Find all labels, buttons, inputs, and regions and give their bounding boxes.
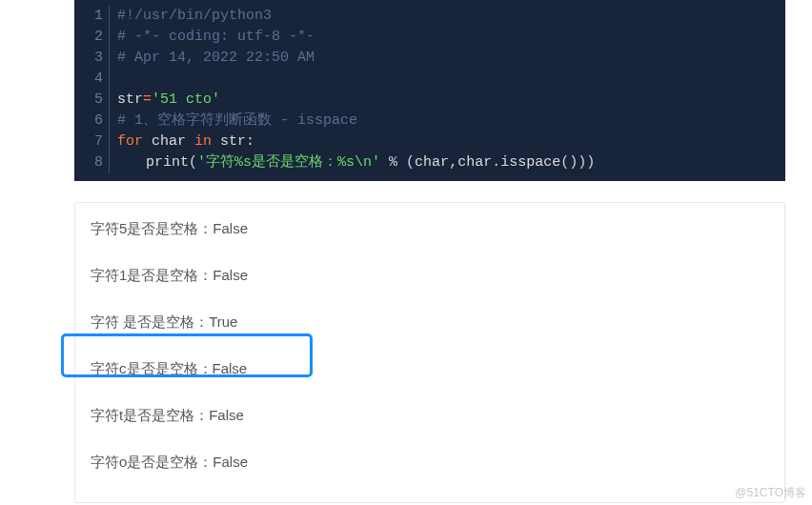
code-block: 1#!/usr/bin/python32# -*- coding: utf-8 …: [74, 0, 785, 181]
code-line: 4: [74, 69, 785, 90]
output-line: 字符1是否是空格：False: [87, 263, 773, 289]
code-content: # 1、空格字符判断函数 - isspace: [110, 111, 357, 131]
line-number: 4: [74, 69, 110, 90]
code-line: 7for char in str:: [74, 131, 785, 152]
line-number: 2: [74, 27, 110, 48]
line-number: 3: [74, 48, 110, 69]
watermark: @51CTO博客: [735, 485, 806, 501]
line-number: 6: [74, 111, 110, 131]
code-content: # Apr 14, 2022 22:50 AM: [110, 48, 315, 69]
code-line: 6# 1、空格字符判断函数 - isspace: [74, 111, 785, 131]
line-number: 5: [74, 90, 110, 111]
output-line: 字符c是否是空格：False: [87, 356, 773, 382]
output-line: 字符o是否是空格：False: [87, 450, 773, 475]
line-number: 7: [74, 131, 110, 152]
code-line: 5str='51 cto': [74, 90, 785, 111]
output-line: 字符t是否是空格：False: [87, 403, 773, 429]
code-content: str='51 cto': [110, 90, 220, 111]
output-line: 字符 是否是空格：True: [87, 310, 773, 335]
code-content: print('字符%s是否是空格：%s\n' % (char,char.issp…: [110, 152, 595, 173]
line-number: 8: [74, 152, 110, 173]
code-line: 2# -*- coding: utf-8 -*-: [74, 27, 785, 48]
line-number: 1: [74, 6, 110, 27]
code-content: #!/usr/bin/python3: [110, 6, 272, 27]
code-line: 8print('字符%s是否是空格：%s\n' % (char,char.iss…: [74, 152, 785, 173]
code-content: [110, 69, 117, 90]
output-line: 字符5是否是空格：False: [87, 216, 773, 242]
code-line: 1#!/usr/bin/python3: [74, 6, 785, 27]
output-block: 字符5是否是空格：False字符1是否是空格：False字符 是否是空格：Tru…: [74, 202, 785, 503]
code-line: 3# Apr 14, 2022 22:50 AM: [74, 48, 785, 69]
code-content: # -*- coding: utf-8 -*-: [110, 27, 315, 48]
code-content: for char in str:: [110, 131, 254, 152]
